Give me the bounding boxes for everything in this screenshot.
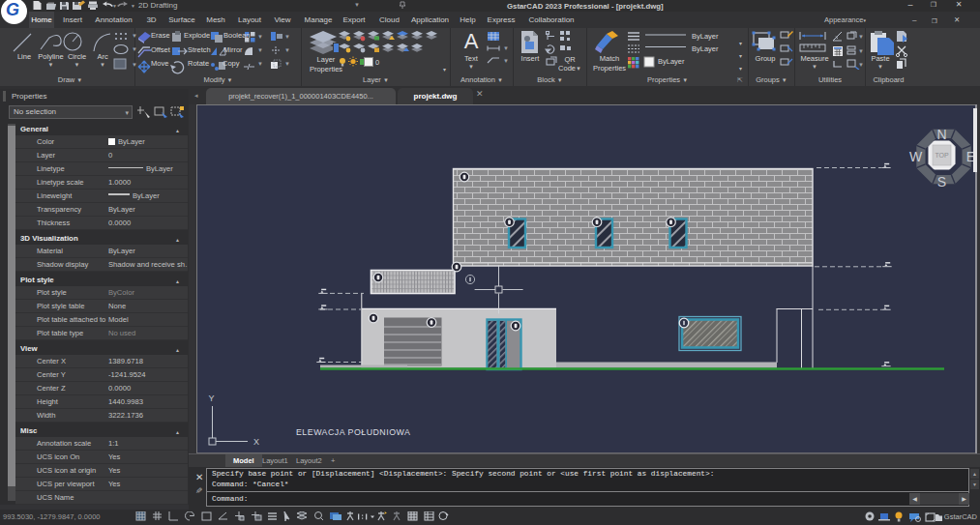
svg-text:▼: ▼ xyxy=(503,45,509,51)
svg-text:X: X xyxy=(253,437,259,447)
svg-text:W: W xyxy=(909,149,923,164)
svg-text:▼: ▼ xyxy=(257,61,263,67)
svg-text:▼: ▼ xyxy=(503,58,509,64)
svg-text:▼: ▼ xyxy=(858,34,864,40)
svg-text:▼: ▼ xyxy=(112,3,117,9)
svg-text:N: N xyxy=(936,127,946,142)
svg-text:▼: ▼ xyxy=(284,34,290,40)
svg-text:▼: ▼ xyxy=(858,48,864,54)
svg-text:TOP: TOP xyxy=(935,152,949,159)
svg-text:▼: ▼ xyxy=(257,47,263,53)
svg-text:▼: ▼ xyxy=(858,62,864,68)
svg-text:▼: ▼ xyxy=(131,3,135,9)
svg-text:ELEWACJA POŁUDNIOWA: ELEWACJA POŁUDNIOWA xyxy=(296,427,410,437)
svg-text:▼: ▼ xyxy=(284,61,290,67)
svg-text:S: S xyxy=(937,174,946,190)
svg-text:▼: ▼ xyxy=(257,34,263,40)
svg-text:▼: ▼ xyxy=(284,47,290,53)
svg-text:Y: Y xyxy=(209,394,215,403)
